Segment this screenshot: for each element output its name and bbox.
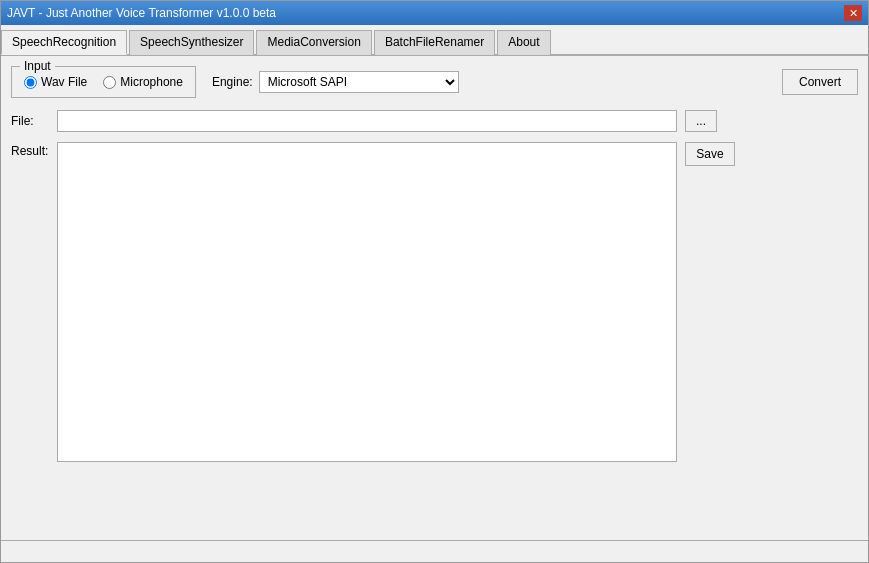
- engine-label: Engine:: [212, 75, 253, 89]
- file-row: File: ...: [11, 110, 858, 132]
- wav-file-option[interactable]: Wav File: [24, 75, 87, 89]
- engine-section: Engine: Microsoft SAPI: [212, 71, 459, 93]
- file-label: File:: [11, 114, 49, 128]
- input-group: Input Wav File Microphone: [11, 66, 196, 98]
- microphone-label: Microphone: [120, 75, 183, 89]
- browse-button[interactable]: ...: [685, 110, 717, 132]
- close-button[interactable]: ✕: [844, 5, 862, 21]
- tab-speech-synthesizer[interactable]: SpeechSynthesizer: [129, 30, 254, 55]
- main-window: JAVT - Just Another Voice Transformer v1…: [0, 0, 869, 563]
- wav-file-radio[interactable]: [24, 76, 37, 89]
- input-legend: Input: [20, 59, 55, 73]
- tab-media-conversion[interactable]: MediaConversion: [256, 30, 371, 55]
- tab-batch-file-renamer[interactable]: BatchFileRenamer: [374, 30, 495, 55]
- file-input[interactable]: [57, 110, 677, 132]
- title-bar: JAVT - Just Another Voice Transformer v1…: [1, 1, 868, 25]
- input-group-content: Wav File Microphone: [24, 75, 183, 89]
- result-row: Result: Save: [11, 142, 858, 530]
- engine-select[interactable]: Microsoft SAPI: [259, 71, 459, 93]
- microphone-radio[interactable]: [103, 76, 116, 89]
- tab-bar: SpeechRecognition SpeechSynthesizer Medi…: [1, 25, 868, 56]
- content-area: Input Wav File Microphone E: [1, 56, 868, 540]
- save-button[interactable]: Save: [685, 142, 735, 166]
- radio-group: Wav File Microphone: [24, 75, 183, 89]
- convert-button[interactable]: Convert: [782, 69, 858, 95]
- wav-file-label: Wav File: [41, 75, 87, 89]
- microphone-option[interactable]: Microphone: [103, 75, 183, 89]
- status-bar: [1, 540, 868, 562]
- tab-about[interactable]: About: [497, 30, 550, 55]
- result-textarea[interactable]: [57, 142, 677, 462]
- tab-speech-recognition[interactable]: SpeechRecognition: [1, 30, 127, 55]
- result-label: Result:: [11, 142, 49, 158]
- title-bar-text: JAVT - Just Another Voice Transformer v1…: [7, 6, 276, 20]
